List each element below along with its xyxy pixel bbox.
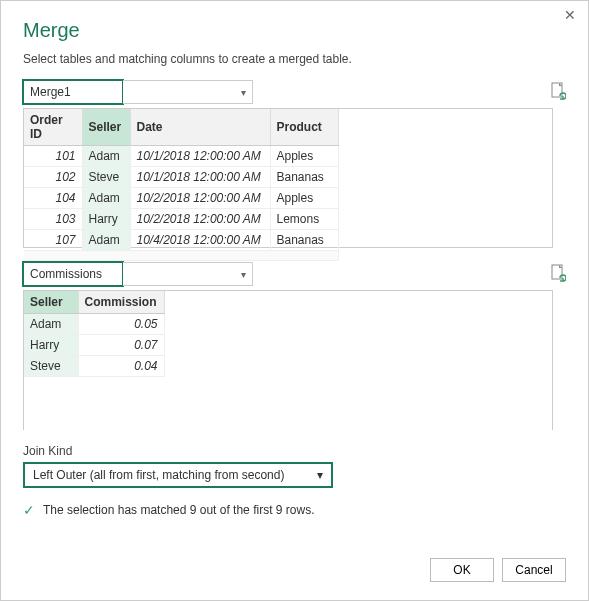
chevron-down-icon: ▾: [241, 87, 246, 98]
table1-column-combo[interactable]: ▾: [123, 80, 253, 104]
col-commission[interactable]: Commission: [78, 291, 164, 314]
join-kind-combo[interactable]: Left Outer (all from first, matching fro…: [23, 462, 333, 488]
merge-dialog: ✕ Merge Select tables and matching colum…: [0, 0, 589, 601]
refresh-preview-icon[interactable]: [550, 264, 566, 284]
table2-grid: Seller Commission Adam 0.05 Harry 0.07 S…: [23, 290, 553, 430]
check-icon: ✓: [23, 502, 35, 518]
table2-column-combo[interactable]: ▾: [123, 262, 253, 286]
join-kind-label: Join Kind: [23, 444, 566, 458]
join-kind-value: Left Outer (all from first, matching fro…: [33, 468, 284, 482]
table-row[interactable]: 103 Harry 10/2/2018 12:00:00 AM Lemons: [24, 209, 338, 230]
chevron-down-icon: ▾: [241, 269, 246, 280]
dialog-buttons: OK Cancel: [430, 558, 566, 582]
table1-table[interactable]: Order ID Seller Date Product 101 Adam 10…: [24, 109, 339, 261]
table-row[interactable]: 104 Adam 10/2/2018 12:00:00 AM Apples: [24, 188, 338, 209]
col-seller[interactable]: Seller: [82, 109, 130, 146]
chevron-down-icon: ▾: [317, 468, 323, 482]
table2-name-combo[interactable]: Commissions: [23, 262, 123, 286]
match-status: ✓ The selection has matched 9 out of the…: [23, 502, 566, 518]
col-date[interactable]: Date: [130, 109, 270, 146]
table1-picker-row: Merge1 ▾: [23, 80, 566, 104]
match-status-text: The selection has matched 9 out of the f…: [43, 503, 314, 517]
table-row[interactable]: 102 Steve 10/1/2018 12:00:00 AM Bananas: [24, 167, 338, 188]
table-row[interactable]: Harry 0.07: [24, 335, 164, 356]
table2-name: Commissions: [30, 267, 102, 281]
cancel-button[interactable]: Cancel: [502, 558, 566, 582]
table2-table[interactable]: Seller Commission Adam 0.05 Harry 0.07 S…: [24, 291, 165, 377]
table1-grid: Order ID Seller Date Product 101 Adam 10…: [23, 108, 553, 248]
table2-picker-row: Commissions ▾: [23, 262, 566, 286]
table-row[interactable]: 101 Adam 10/1/2018 12:00:00 AM Apples: [24, 146, 338, 167]
col-product[interactable]: Product: [270, 109, 338, 146]
table-row[interactable]: 107 Adam 10/4/2018 12:00:00 AM Bananas: [24, 230, 338, 251]
col-seller2[interactable]: Seller: [24, 291, 78, 314]
ok-button[interactable]: OK: [430, 558, 494, 582]
table2-header-row: Seller Commission: [24, 291, 164, 314]
table1-header-row: Order ID Seller Date Product: [24, 109, 338, 146]
dialog-title: Merge: [23, 19, 566, 42]
dialog-subtitle: Select tables and matching columns to cr…: [23, 52, 566, 66]
table1-name-combo[interactable]: Merge1: [23, 80, 123, 104]
table-row[interactable]: Steve 0.04: [24, 356, 164, 377]
table-row[interactable]: Adam 0.05: [24, 314, 164, 335]
close-icon[interactable]: ✕: [564, 7, 576, 23]
table1-name: Merge1: [30, 85, 71, 99]
col-order-id[interactable]: Order ID: [24, 109, 82, 146]
refresh-preview-icon[interactable]: [550, 82, 566, 102]
